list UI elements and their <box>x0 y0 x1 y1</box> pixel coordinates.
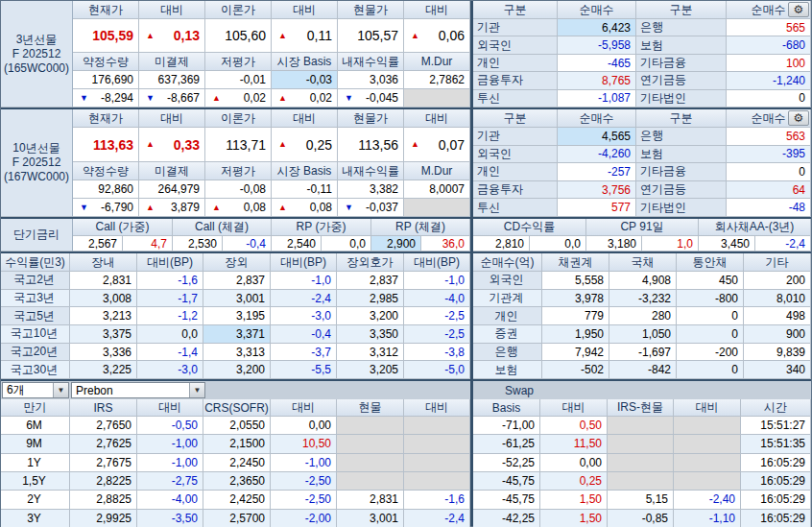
swap-cell: -45,75 <box>473 472 540 491</box>
netbuy-cell: -842 <box>609 361 677 379</box>
settings-gear-button[interactable]: ⚙ <box>788 110 809 126</box>
header-label: 미결제 <box>155 54 189 70</box>
cell-value: 2,837 <box>370 274 398 287</box>
cell-value: 투신 <box>477 90 500 107</box>
header-label: 만기 <box>24 399 47 416</box>
investor-label: 금융투자 <box>473 181 558 200</box>
swap-cell <box>404 472 470 491</box>
netbuy-cell: 1,050 <box>609 325 677 344</box>
investor-label: 개인 <box>473 163 558 181</box>
cell-value: 16:05:29 <box>760 512 805 525</box>
yield-cell: -2,5 <box>404 307 470 325</box>
swap-cell: 5,15 <box>608 491 674 509</box>
swap-cell: -3,50 <box>137 510 203 527</box>
header-label: Call (체결) <box>195 219 249 235</box>
price-cell: ▲0,07 <box>404 128 470 162</box>
rate-value-cell: 2,810 <box>473 236 530 252</box>
cell-value: 2,831 <box>103 274 131 287</box>
swap-cell <box>404 417 470 435</box>
column-header: 시장 Basis <box>272 162 338 180</box>
netbuy-cell: 450 <box>677 272 744 290</box>
swap-cell: -1,6 <box>404 491 470 509</box>
settings-gear-button[interactable]: ⚙ <box>788 2 809 17</box>
cell-value: 0,02 <box>310 91 332 105</box>
cell-value: -257 <box>608 165 631 179</box>
tenor-label: 국고5년 <box>1 307 70 325</box>
cell-value: -3,0 <box>311 309 331 323</box>
cell-value: -395 <box>782 147 805 160</box>
swap-cell: -52,25 <box>473 454 540 472</box>
time-cell: 15:51:27 <box>741 417 811 435</box>
yield-cell: -3,8 <box>404 344 470 362</box>
column-header: 미결제 <box>139 53 205 71</box>
cell-value: 0,08 <box>244 201 266 214</box>
cell-value: -2,75 <box>172 474 198 488</box>
column-header: 현물가 <box>338 1 404 19</box>
investor-label: 투신 <box>473 199 558 217</box>
rates-value-row: 2,5674,72,530-0,42,5400,02,90036,0 <box>73 236 470 252</box>
investor-row: 투신577기타법인-48 <box>473 199 811 217</box>
count-dropdown[interactable]: 6개 ▼ <box>2 382 69 398</box>
price-cell: ▲0,33 <box>139 128 205 162</box>
label-text: 6M <box>26 419 42 432</box>
maturity-label: 2Y <box>1 491 70 509</box>
source-dropdown[interactable]: Prebon ▼ <box>71 382 205 398</box>
stat-cell: 92,860 <box>73 180 139 199</box>
netbuy-cell: -200 <box>677 344 744 362</box>
investor-netbuy-panel: 구분순매수구분순매수⚙기관6,423은행565외국인-5,958보험-680개인… <box>473 1 811 108</box>
cell-value: 3,001 <box>370 512 398 525</box>
cell-value: -3,7 <box>311 346 331 359</box>
up-arrow-icon: ▲ <box>212 204 221 212</box>
cell-value: 국고10년 <box>11 325 58 342</box>
investor-row: 금융투자8,765연기금등-1,240 <box>473 72 811 89</box>
header-label: 장외 <box>226 254 249 271</box>
netbuy-cell: 340 <box>744 361 811 379</box>
cell-value: -680 <box>782 38 805 52</box>
cell-value: 10,50 <box>302 437 331 450</box>
cell-value: -0,08 <box>240 182 266 196</box>
swap-section: 6개 ▼ Prebon ▼ Swap 만기IRS대비CRS(SOFR)대비현물대… <box>1 381 811 527</box>
yield-cell: 2,985 <box>337 290 404 308</box>
investor-label: 은행 <box>636 128 727 146</box>
rates-section-label: 단기금리 <box>1 219 73 252</box>
header-label: 국채 <box>632 254 655 271</box>
netbuy-row: 은행7,942-1,697-2009,839 <box>473 344 811 362</box>
time-cell: 16:05:29 <box>741 472 811 491</box>
cell-value: 국고3년 <box>13 290 55 306</box>
cell-value: 3,336 <box>103 346 131 359</box>
up-arrow-icon: ▲ <box>278 140 287 149</box>
cell-value: 3,382 <box>370 182 398 196</box>
short-term-rates-section: 단기금리Call (가중)Call (체결)RP (가중)RP (체결)2,56… <box>1 219 811 253</box>
cell-value: 0,0 <box>181 327 198 341</box>
swap-title: Swap <box>505 384 534 397</box>
swap-cell: 2,7625 <box>70 435 137 453</box>
yield-cell: 2,837 <box>203 272 271 290</box>
cell-value: -0,037 <box>366 201 398 214</box>
netbuy-rows: 외국인5,5584,908450200기관계3,978-3,232-8008,0… <box>473 272 811 379</box>
swap-cell <box>608 435 674 453</box>
cell-value: 8,010 <box>776 292 805 305</box>
netbuy-cell: -257 <box>558 163 636 181</box>
header-label: CP 91일 <box>620 219 663 235</box>
price-header-row: 현재가대비이론가대비현물가대비 <box>73 109 470 128</box>
yield-row: 국고20년3,336-1,43,313-3,73,312-3,8 <box>1 344 470 362</box>
cell-value: -2,00 <box>305 512 331 525</box>
stat-cell: 2,7862 <box>404 71 470 89</box>
investor-row: 외국인-5,958보험-680 <box>473 36 811 54</box>
netbuy-row: 외국인5,5584,908450200 <box>473 272 811 290</box>
investor-row: 외국인-4,260보험-395 <box>473 146 811 164</box>
label-text: 3Y <box>27 512 41 525</box>
column-header: 구분 <box>636 1 727 19</box>
cell-value: 565 <box>786 21 805 35</box>
swap-cell <box>337 417 404 435</box>
investor-label: 보험 <box>636 36 727 54</box>
netbuy-cell: 3,978 <box>542 290 609 308</box>
cell-value: -45,75 <box>502 474 535 488</box>
stat-cell: 176,690 <box>73 71 139 89</box>
cell-value: -465 <box>608 57 631 70</box>
header-label: CD수익률 <box>504 219 555 235</box>
cell-value: 3,036 <box>370 73 398 86</box>
column-header: Basis <box>473 399 540 417</box>
cell-value: -2,50 <box>305 492 331 506</box>
count-dropdown-value: 6개 <box>7 382 25 398</box>
